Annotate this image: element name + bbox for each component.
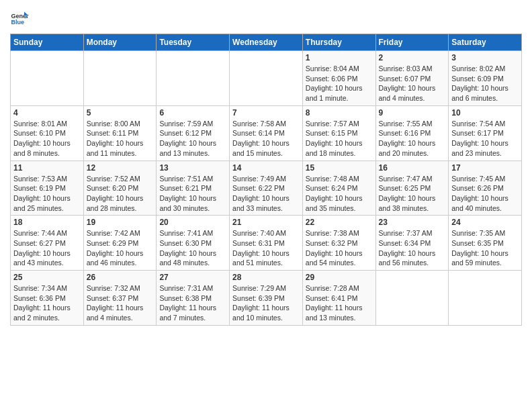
week-row-2: 11Sunrise: 7:53 AM Sunset: 6:19 PM Dayli… bbox=[11, 161, 522, 216]
day-cell: 9Sunrise: 7:55 AM Sunset: 6:16 PM Daylig… bbox=[375, 105, 449, 161]
day-info: Sunrise: 7:35 AM Sunset: 6:35 PM Dayligh… bbox=[451, 228, 519, 268]
day-number: 24 bbox=[451, 218, 519, 227]
day-cell: 7Sunrise: 7:58 AM Sunset: 6:14 PM Daylig… bbox=[230, 105, 303, 161]
week-row-1: 4Sunrise: 8:01 AM Sunset: 6:10 PM Daylig… bbox=[11, 105, 522, 161]
day-info: Sunrise: 7:28 AM Sunset: 6:41 PM Dayligh… bbox=[306, 283, 373, 323]
day-number: 9 bbox=[379, 108, 446, 118]
day-number: 6 bbox=[159, 108, 226, 118]
week-row-4: 25Sunrise: 7:34 AM Sunset: 6:36 PM Dayli… bbox=[11, 271, 522, 326]
day-info: Sunrise: 7:51 AM Sunset: 6:21 PM Dayligh… bbox=[159, 174, 226, 214]
day-cell: 8Sunrise: 7:57 AM Sunset: 6:15 PM Daylig… bbox=[302, 105, 375, 161]
day-number: 3 bbox=[451, 53, 519, 62]
day-info: Sunrise: 7:32 AM Sunset: 6:37 PM Dayligh… bbox=[87, 283, 154, 323]
day-info: Sunrise: 7:37 AM Sunset: 6:34 PM Dayligh… bbox=[379, 228, 446, 268]
day-number: 1 bbox=[306, 53, 373, 62]
day-cell: 18Sunrise: 7:44 AM Sunset: 6:27 PM Dayli… bbox=[11, 216, 84, 271]
day-cell: 6Sunrise: 7:59 AM Sunset: 6:12 PM Daylig… bbox=[157, 105, 230, 161]
day-info: Sunrise: 7:34 AM Sunset: 6:36 PM Dayligh… bbox=[13, 283, 81, 323]
day-header-wednesday: Wednesday bbox=[230, 34, 303, 51]
day-cell bbox=[375, 271, 449, 326]
day-info: Sunrise: 7:52 AM Sunset: 6:20 PM Dayligh… bbox=[87, 174, 154, 214]
day-cell: 11Sunrise: 7:53 AM Sunset: 6:19 PM Dayli… bbox=[11, 161, 84, 216]
day-number: 7 bbox=[232, 108, 300, 118]
day-cell: 3Sunrise: 8:02 AM Sunset: 6:09 PM Daylig… bbox=[449, 51, 522, 106]
svg-text:Blue: Blue bbox=[11, 19, 24, 26]
day-number: 20 bbox=[159, 218, 226, 227]
day-info: Sunrise: 7:53 AM Sunset: 6:19 PM Dayligh… bbox=[13, 174, 81, 214]
day-number: 5 bbox=[87, 108, 154, 118]
day-cell: 14Sunrise: 7:49 AM Sunset: 6:22 PM Dayli… bbox=[230, 161, 303, 216]
day-cell: 27Sunrise: 7:31 AM Sunset: 6:38 PM Dayli… bbox=[157, 271, 230, 326]
day-info: Sunrise: 7:55 AM Sunset: 6:16 PM Dayligh… bbox=[379, 119, 446, 158]
day-cell: 24Sunrise: 7:35 AM Sunset: 6:35 PM Dayli… bbox=[449, 216, 522, 271]
day-info: Sunrise: 7:40 AM Sunset: 6:31 PM Dayligh… bbox=[232, 228, 300, 268]
day-header-saturday: Saturday bbox=[449, 34, 522, 51]
day-info: Sunrise: 7:59 AM Sunset: 6:12 PM Dayligh… bbox=[159, 119, 226, 158]
logo: General Blue bbox=[10, 9, 30, 28]
day-header-thursday: Thursday bbox=[302, 34, 375, 51]
day-number: 26 bbox=[87, 273, 154, 282]
calendar-table: SundayMondayTuesdayWednesdayThursdayFrid… bbox=[10, 34, 522, 326]
day-number: 11 bbox=[13, 163, 81, 173]
day-number: 25 bbox=[13, 273, 81, 282]
day-cell bbox=[11, 51, 84, 106]
day-info: Sunrise: 7:42 AM Sunset: 6:29 PM Dayligh… bbox=[87, 228, 154, 268]
day-cell: 21Sunrise: 7:40 AM Sunset: 6:31 PM Dayli… bbox=[230, 216, 303, 271]
day-info: Sunrise: 7:38 AM Sunset: 6:32 PM Dayligh… bbox=[306, 228, 373, 268]
day-cell: 22Sunrise: 7:38 AM Sunset: 6:32 PM Dayli… bbox=[302, 216, 375, 271]
week-row-3: 18Sunrise: 7:44 AM Sunset: 6:27 PM Dayli… bbox=[11, 216, 522, 271]
day-cell: 20Sunrise: 7:41 AM Sunset: 6:30 PM Dayli… bbox=[157, 216, 230, 271]
day-number: 28 bbox=[232, 273, 300, 282]
day-info: Sunrise: 8:01 AM Sunset: 6:10 PM Dayligh… bbox=[13, 119, 81, 158]
day-info: Sunrise: 8:03 AM Sunset: 6:07 PM Dayligh… bbox=[379, 64, 446, 103]
day-number: 4 bbox=[13, 108, 81, 118]
day-cell bbox=[157, 51, 230, 106]
day-number: 18 bbox=[13, 218, 81, 227]
day-info: Sunrise: 7:31 AM Sunset: 6:38 PM Dayligh… bbox=[159, 283, 226, 323]
day-header-friday: Friday bbox=[375, 34, 449, 51]
page-container: General Blue SundayMondayTuesdayWednesda… bbox=[0, 0, 532, 332]
day-info: Sunrise: 7:49 AM Sunset: 6:22 PM Dayligh… bbox=[232, 174, 300, 214]
day-number: 10 bbox=[451, 108, 519, 118]
day-cell: 5Sunrise: 8:00 AM Sunset: 6:11 PM Daylig… bbox=[83, 105, 157, 161]
day-info: Sunrise: 7:44 AM Sunset: 6:27 PM Dayligh… bbox=[13, 228, 81, 268]
day-number: 19 bbox=[87, 218, 154, 227]
day-cell: 23Sunrise: 7:37 AM Sunset: 6:34 PM Dayli… bbox=[375, 216, 449, 271]
day-number: 13 bbox=[159, 163, 226, 173]
day-info: Sunrise: 8:04 AM Sunset: 6:06 PM Dayligh… bbox=[306, 64, 373, 103]
day-info: Sunrise: 7:47 AM Sunset: 6:25 PM Dayligh… bbox=[379, 174, 446, 214]
day-header-tuesday: Tuesday bbox=[157, 34, 230, 51]
day-number: 27 bbox=[159, 273, 226, 282]
header: General Blue bbox=[10, 7, 522, 28]
day-header-sunday: Sunday bbox=[11, 34, 84, 51]
day-info: Sunrise: 7:41 AM Sunset: 6:30 PM Dayligh… bbox=[159, 228, 226, 268]
day-number: 17 bbox=[451, 163, 519, 173]
day-cell bbox=[449, 271, 522, 326]
day-info: Sunrise: 7:48 AM Sunset: 6:24 PM Dayligh… bbox=[306, 174, 373, 214]
day-info: Sunrise: 7:45 AM Sunset: 6:26 PM Dayligh… bbox=[451, 174, 519, 214]
logo-icon: General Blue bbox=[10, 9, 29, 28]
day-cell: 26Sunrise: 7:32 AM Sunset: 6:37 PM Dayli… bbox=[83, 271, 157, 326]
day-cell bbox=[83, 51, 157, 106]
day-info: Sunrise: 7:29 AM Sunset: 6:39 PM Dayligh… bbox=[232, 283, 300, 323]
day-cell: 17Sunrise: 7:45 AM Sunset: 6:26 PM Dayli… bbox=[449, 161, 522, 216]
day-info: Sunrise: 8:02 AM Sunset: 6:09 PM Dayligh… bbox=[451, 64, 519, 103]
day-number: 21 bbox=[232, 218, 300, 227]
day-number: 29 bbox=[306, 273, 373, 282]
day-cell: 15Sunrise: 7:48 AM Sunset: 6:24 PM Dayli… bbox=[302, 161, 375, 216]
week-row-0: 1Sunrise: 8:04 AM Sunset: 6:06 PM Daylig… bbox=[11, 51, 522, 106]
day-number: 8 bbox=[306, 108, 373, 118]
day-number: 15 bbox=[306, 163, 373, 173]
calendar-header-row: SundayMondayTuesdayWednesdayThursdayFrid… bbox=[11, 34, 522, 51]
day-number: 16 bbox=[379, 163, 446, 173]
day-cell: 19Sunrise: 7:42 AM Sunset: 6:29 PM Dayli… bbox=[83, 216, 157, 271]
day-cell bbox=[230, 51, 303, 106]
day-cell: 12Sunrise: 7:52 AM Sunset: 6:20 PM Dayli… bbox=[83, 161, 157, 216]
day-number: 22 bbox=[306, 218, 373, 227]
day-cell: 1Sunrise: 8:04 AM Sunset: 6:06 PM Daylig… bbox=[302, 51, 375, 106]
day-cell: 29Sunrise: 7:28 AM Sunset: 6:41 PM Dayli… bbox=[302, 271, 375, 326]
day-number: 12 bbox=[87, 163, 154, 173]
day-cell: 4Sunrise: 8:01 AM Sunset: 6:10 PM Daylig… bbox=[11, 105, 84, 161]
day-number: 23 bbox=[379, 218, 446, 227]
day-cell: 28Sunrise: 7:29 AM Sunset: 6:39 PM Dayli… bbox=[230, 271, 303, 326]
